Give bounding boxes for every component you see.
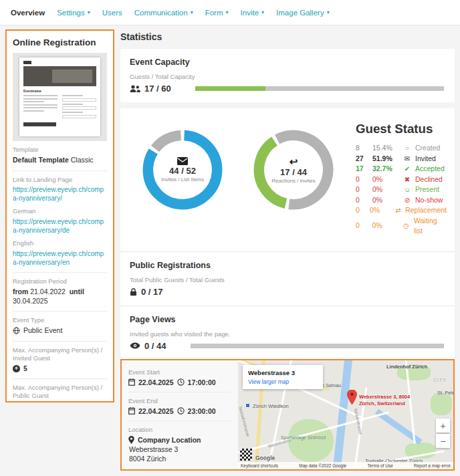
event-start-date: 22.04.2025 bbox=[138, 378, 174, 386]
terms-of-use-link[interactable]: Terms of Use bbox=[367, 463, 392, 468]
location-label: Location bbox=[128, 426, 231, 434]
nav-item-users[interactable]: Users bbox=[96, 9, 128, 17]
landing-link-english[interactable]: https://preview.eyevip.ch/compa-nyannive… bbox=[13, 249, 107, 267]
event-end-time: 23:00:00 bbox=[188, 407, 216, 415]
zoom-in-button[interactable]: + bbox=[436, 419, 450, 433]
charts-section: 44 / 52 Invites / List Items ↩ 17 / bbox=[120, 108, 455, 251]
google-logo: Google bbox=[255, 455, 275, 461]
status-count: 17 bbox=[356, 164, 369, 174]
nav-item-settings[interactable]: Settings▾ bbox=[51, 9, 96, 17]
nav-item-form[interactable]: Form▾ bbox=[199, 9, 235, 17]
location-name: Company Location bbox=[128, 436, 231, 444]
landing-link-german[interactable]: https://preview.eyevip.ch/compa-nyannive… bbox=[13, 217, 107, 235]
status-count: 0 bbox=[356, 185, 369, 195]
event-end-label: Event End bbox=[128, 397, 231, 405]
plus-circle-icon: + bbox=[13, 365, 20, 372]
preview-logo bbox=[23, 61, 31, 64]
clock-icon bbox=[177, 407, 185, 414]
reactions-donut-box: ↩ 17 / 44 Reactions / Invites bbox=[238, 119, 349, 237]
nav-label: Users bbox=[102, 9, 122, 17]
present-smile-icon: ☺ bbox=[402, 185, 412, 195]
nav-label: Settings bbox=[57, 9, 85, 17]
divider bbox=[13, 378, 107, 379]
google-map[interactable]: Lindenhof Zürich CITY St. Peter Zürich S… bbox=[238, 360, 453, 469]
nav-label: Image Gallery bbox=[276, 9, 324, 17]
preview-event-title: Eventname bbox=[23, 89, 96, 93]
location-address-line2: 8004 Zürich bbox=[128, 455, 231, 463]
guest-status-row: 8 15.4% ○ Created bbox=[356, 143, 447, 154]
status-percent: 0% bbox=[372, 174, 399, 185]
status-label: Waiting list bbox=[414, 216, 447, 237]
guest-status-row: 0 0% ☺ Present bbox=[356, 185, 447, 195]
keyboard-shortcuts-button[interactable]: Keyboard shortcuts bbox=[241, 463, 278, 468]
marker-label-line2: Zürich, Switzerland bbox=[359, 400, 410, 407]
event-type-label: Event Type bbox=[13, 316, 107, 324]
public-registrations-title: Public Registrations bbox=[130, 261, 445, 270]
nav-item-overview[interactable]: Overview bbox=[5, 9, 51, 17]
map-info-title: Weberstrasse 3 bbox=[248, 369, 318, 376]
status-percent: 0% bbox=[370, 205, 391, 216]
declined-x-icon: ✖ bbox=[402, 174, 412, 185]
page-views-value: 0 / 44 bbox=[130, 341, 166, 351]
reply-icon: ↩ bbox=[290, 156, 298, 166]
accepted-check-icon: ✔ bbox=[402, 164, 412, 174]
map-park bbox=[288, 419, 334, 462]
status-count: 8 bbox=[356, 143, 369, 154]
clock-icon bbox=[177, 378, 185, 386]
street-view-thumbnail[interactable] bbox=[240, 449, 252, 461]
nav-item-image-gallery[interactable]: Image Gallery▾ bbox=[270, 9, 336, 17]
guest-status-row: 0 0% ◷ Waiting list bbox=[356, 216, 447, 237]
nav-label: Overview bbox=[11, 9, 45, 17]
created-circle-icon: ○ bbox=[402, 143, 412, 154]
public-registrations-value: 0 / 17 bbox=[130, 287, 445, 297]
max-public-number: 0 bbox=[23, 402, 27, 402]
map-street-seebahnstrasse: Seebahnstrasse bbox=[238, 406, 251, 437]
map-marker-label: Weberstrasse 3, 8004 Zürich, Switzerland bbox=[359, 394, 410, 407]
landing-page-label: Link to Landing Page bbox=[13, 176, 107, 184]
nav-label: Form bbox=[205, 9, 223, 17]
landing-page-preview[interactable]: Eventname bbox=[13, 53, 107, 141]
language-label-german: German bbox=[13, 207, 107, 215]
nav-item-invite[interactable]: Invite▾ bbox=[235, 9, 271, 17]
event-type-text: Public Event bbox=[23, 326, 62, 336]
max-public-value: + 0 bbox=[13, 402, 107, 402]
guest-status-row: 17 32.7% ✔ Accepted bbox=[356, 164, 447, 174]
event-details-box: Event Start 22.04.2025 17:00:00 Event En… bbox=[120, 359, 455, 471]
status-label: Created bbox=[415, 143, 440, 154]
zoom-out-button[interactable]: − bbox=[436, 434, 450, 448]
status-label: Present bbox=[415, 185, 439, 195]
status-count: 27 bbox=[356, 154, 369, 164]
public-registrations-subtitle: Total Public Guests / Total Guests bbox=[130, 276, 445, 283]
language-label-english: English bbox=[13, 239, 107, 247]
chevron-down-icon: ▾ bbox=[226, 10, 229, 15]
report-map-error-link[interactable]: Report a map error bbox=[414, 463, 451, 468]
map-river bbox=[332, 360, 354, 469]
chevron-down-icon: ▾ bbox=[191, 10, 193, 15]
marker-label-line1: Weberstrasse 3, 8004 bbox=[359, 394, 410, 400]
waiting-list-clock-icon: ◷ bbox=[401, 221, 411, 231]
divider bbox=[13, 341, 107, 342]
train-station-icon bbox=[245, 403, 250, 408]
nav-label: Communication bbox=[134, 9, 188, 17]
capacity-progress-bar bbox=[195, 86, 444, 91]
capacity-progress-fill bbox=[195, 86, 265, 91]
guest-status-rows: 8 15.4% ○ Created 27 51.9% ✉ Invited bbox=[356, 143, 447, 237]
status-count: 0 bbox=[356, 174, 369, 185]
divider bbox=[13, 311, 107, 312]
public-registrations-section: Public Registrations Total Public Guests… bbox=[120, 252, 455, 306]
landing-link-default[interactable]: https://preview.eyevip.ch/compa-nyannive… bbox=[13, 185, 107, 203]
page-views-progress-bar bbox=[191, 344, 444, 348]
invites-donut-center: 44 / 52 Invites / List Items bbox=[141, 128, 224, 211]
view-larger-map-link[interactable]: View larger map bbox=[248, 378, 318, 385]
guest-status-title: Guest Status bbox=[356, 122, 447, 136]
until-word: until bbox=[70, 287, 84, 295]
guests-icon bbox=[130, 85, 140, 93]
nav-item-communication[interactable]: Communication▾ bbox=[128, 9, 199, 17]
online-registration-panel: Online Registration Eventname bbox=[5, 29, 114, 402]
map-marker-pin-icon[interactable] bbox=[347, 390, 357, 407]
status-label: Accepted bbox=[415, 164, 445, 174]
status-percent: 51.9% bbox=[372, 154, 399, 164]
statistics-column: Statistics Event Capacity Guests / Total… bbox=[120, 29, 455, 360]
preview-text-columns bbox=[23, 95, 96, 120]
map-label-st-peter: St. Peter bbox=[437, 390, 453, 396]
